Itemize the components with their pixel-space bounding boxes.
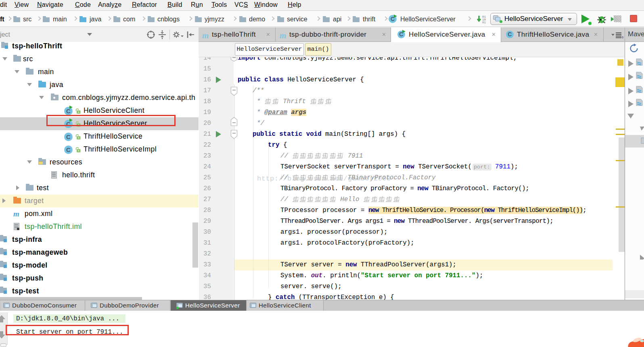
svg-text:6: 6 (622, 35, 623, 38)
svg-text:01: 01 (482, 21, 486, 24)
